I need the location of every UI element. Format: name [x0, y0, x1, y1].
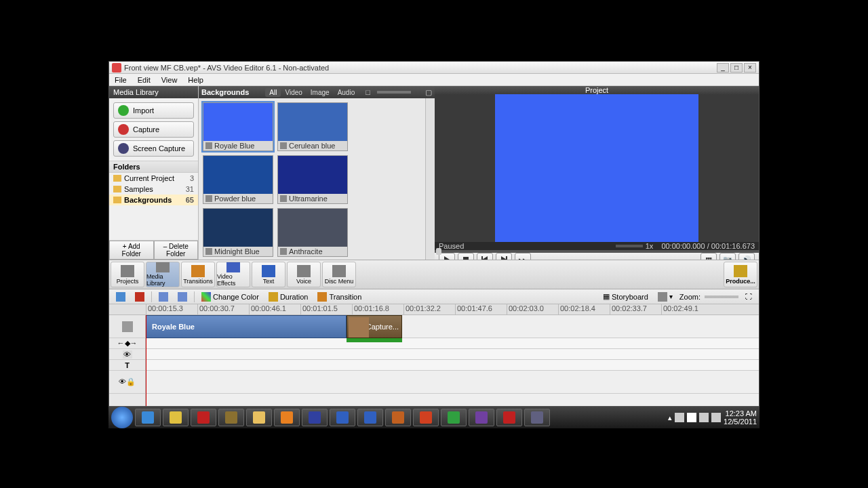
fx-track-header[interactable]: ←◆→	[109, 338, 145, 349]
timeline-toolbar: Change Color Duration Transition ▦Storyb…	[109, 289, 759, 304]
taskbar-clock[interactable]: 12:23 AM 12/5/2011	[724, 409, 757, 426]
text-track-header[interactable]: 👁	[109, 349, 145, 360]
capture-icon	[118, 124, 129, 135]
filter-all[interactable]: All	[265, 88, 281, 97]
taskbar-app-r[interactable]	[191, 409, 216, 426]
taskbar-app-ie[interactable]	[135, 409, 161, 426]
playhead[interactable]	[146, 315, 146, 406]
taskbar-app-ppt[interactable]	[413, 409, 439, 426]
thumbnail[interactable]: Anthracite	[277, 208, 348, 257]
folder-row[interactable]: Backgrounds65	[109, 195, 198, 205]
menu-edit[interactable]: Edit	[135, 75, 153, 85]
preview-canvas	[495, 94, 698, 242]
taskbar-app-chrome[interactable]	[163, 409, 189, 426]
transition-button[interactable]: Transition	[315, 291, 364, 302]
folder-list: Current Project3Samples31Backgrounds65	[109, 173, 198, 240]
thumb-size-icon: □	[366, 88, 370, 96]
tray-flag-icon[interactable]	[675, 413, 684, 422]
delete-folder-button[interactable]: – Delete Folder	[154, 241, 199, 260]
change-color-button[interactable]: Change Color	[199, 291, 262, 302]
menu-help[interactable]: Help	[185, 75, 206, 85]
thumbnail[interactable]: Cerulean blue	[277, 102, 348, 151]
screen-capture-icon	[118, 143, 129, 154]
fit-button[interactable]: ⛶	[743, 292, 755, 301]
start-button[interactable]	[111, 407, 133, 428]
tray-chevron-icon[interactable]: ▴	[668, 413, 672, 422]
taskbar-app-app1[interactable]	[218, 409, 244, 426]
overlay-track-header[interactable]: T	[109, 360, 145, 371]
thumbnail[interactable]: Ultramarine	[277, 155, 348, 204]
preview-progress[interactable]	[435, 250, 759, 253]
taskbar-app-explorer[interactable]	[246, 409, 272, 426]
split-icon	[116, 292, 125, 302]
taskbar-app-check[interactable]	[330, 409, 355, 426]
screen-capture-button[interactable]: Screen Capture	[113, 140, 194, 157]
close-button[interactable]: ×	[744, 63, 756, 73]
filter-image[interactable]: Image	[307, 88, 334, 97]
import-button[interactable]: Import	[113, 102, 194, 119]
clip-type-icon	[280, 142, 287, 149]
folder-row[interactable]: Current Project3	[109, 173, 198, 184]
titlebar: Front view MF CB.vep* - AVS Video Editor…	[109, 62, 759, 74]
clip-royale-blue[interactable]: Royale Blue	[146, 315, 347, 338]
thumbnail[interactable]: Powder blue	[203, 155, 273, 204]
module-projects[interactable]: Projects	[111, 262, 144, 287]
maximize-button[interactable]: □	[730, 63, 743, 73]
browser-scrollbar[interactable]	[425, 98, 435, 260]
timeline-ruler[interactable]: 00:00:15.300:00:30.700:00:46.100:01:01.5…	[109, 304, 759, 315]
redo-icon	[178, 292, 187, 302]
transition-icon	[317, 292, 327, 302]
taskbar-app-wmp[interactable]	[274, 409, 300, 426]
folder-row[interactable]: Samples31	[109, 184, 198, 195]
thumb-zoom-slider[interactable]	[377, 91, 411, 94]
tray-network-icon[interactable]	[687, 413, 696, 422]
thumbnail[interactable]: Royale Blue	[203, 102, 273, 151]
module-produce-[interactable]: Produce...	[724, 262, 757, 287]
redo-button[interactable]	[175, 291, 190, 302]
thumbnail-grid: Royale BlueCerulean bluePowder blueUltra…	[199, 98, 425, 260]
speed-slider[interactable]	[616, 245, 643, 247]
minimize-button[interactable]: _	[717, 63, 729, 73]
track-area[interactable]: Royale Blue Capture...	[146, 315, 759, 406]
menu-view[interactable]: View	[159, 75, 180, 85]
delete-button[interactable]	[132, 291, 147, 302]
module-video-effects[interactable]: Video Effects	[216, 262, 250, 287]
video-track-header[interactable]	[109, 315, 145, 338]
split-button[interactable]	[113, 291, 128, 302]
audio-track-header[interactable]: 👁🔒	[109, 371, 145, 394]
taskbar-app-excel[interactable]	[441, 409, 467, 426]
system-tray[interactable]: ▴ 12:23 AM 12/5/2011	[668, 409, 757, 426]
duration-button[interactable]: Duration	[266, 291, 311, 302]
module-transitions[interactable]: Transitions	[181, 262, 215, 287]
taskbar-app-app2[interactable]	[385, 409, 411, 426]
audio-clip[interactable]	[347, 338, 402, 342]
media-library-panel: Media Library Import Capture Screen Capt…	[109, 86, 199, 260]
clip-type-icon	[280, 248, 287, 255]
delete-icon	[135, 292, 144, 302]
tray-battery-icon[interactable]	[711, 413, 721, 422]
taskbar-app-editor[interactable]	[524, 409, 550, 426]
view-mode-button[interactable]: ▾	[655, 291, 675, 302]
timeline-zoom-slider[interactable]	[705, 296, 738, 298]
clip-capture[interactable]: Capture...	[347, 315, 402, 338]
module-voice[interactable]: Voice	[287, 262, 321, 287]
module-media-library[interactable]: Media Library	[146, 262, 180, 287]
browser-title: Backgrounds	[201, 88, 249, 96]
filter-audio[interactable]: Audio	[334, 88, 359, 97]
tray-volume-icon[interactable]	[699, 413, 709, 422]
menu-file[interactable]: File	[112, 75, 130, 85]
thumbnail[interactable]: Midnight Blue	[203, 208, 273, 257]
module-disc-menu[interactable]: Disc Menu	[322, 262, 356, 287]
capture-button[interactable]: Capture	[113, 121, 194, 138]
track-headers: ←◆→ 👁 T 👁🔒	[109, 315, 146, 406]
window-title: Front view MF CB.vep* - AVS Video Editor…	[124, 64, 717, 72]
taskbar-app-pdf[interactable]	[496, 409, 522, 426]
taskbar-app-word[interactable]	[357, 409, 383, 426]
add-folder-button[interactable]: + Add Folder	[109, 241, 154, 260]
undo-button[interactable]	[156, 291, 171, 302]
taskbar-app-onenote[interactable]	[469, 409, 494, 426]
module-text[interactable]: Text	[252, 262, 285, 287]
storyboard-toggle[interactable]: ▦Storyboard	[600, 291, 651, 302]
filter-video[interactable]: Video	[281, 88, 306, 97]
taskbar-app-hp[interactable]	[302, 409, 328, 426]
